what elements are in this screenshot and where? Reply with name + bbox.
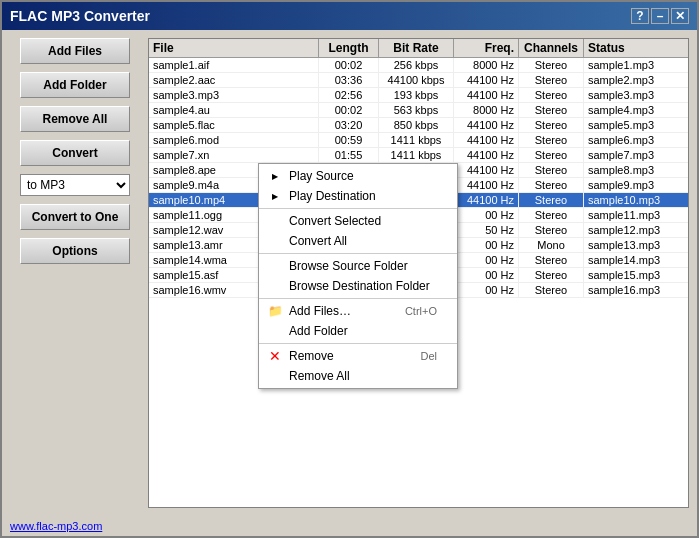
- cell-channels: Stereo: [519, 193, 584, 207]
- cell-status: sample7.mp3: [584, 148, 688, 162]
- table-row[interactable]: sample6.mod 00:59 1411 kbps 44100 Hz Ste…: [149, 133, 688, 148]
- cell-bitrate: 1411 kbps: [379, 148, 454, 162]
- cell-status: sample6.mp3: [584, 133, 688, 147]
- table-row[interactable]: sample1.aif 00:02 256 kbps 8000 Hz Stere…: [149, 58, 688, 73]
- cell-freq: 00 Hz: [454, 253, 519, 267]
- context-menu-item[interactable]: Browse Destination Folder: [259, 276, 457, 296]
- context-menu-label: Add Files…: [289, 304, 351, 318]
- shortcut-label: Del: [420, 350, 437, 362]
- table-row[interactable]: sample7.xn 01:55 1411 kbps 44100 Hz Ster…: [149, 148, 688, 163]
- cell-channels: Stereo: [519, 118, 584, 132]
- cell-status: sample13.mp3: [584, 238, 688, 252]
- cell-length: 00:59: [319, 133, 379, 147]
- cell-file: sample1.aif: [149, 58, 319, 72]
- cell-status: sample10.mp3: [584, 193, 688, 207]
- context-menu-label: Add Folder: [289, 324, 348, 338]
- cell-status: sample15.mp3: [584, 268, 688, 282]
- cell-freq: 44100 Hz: [454, 118, 519, 132]
- cell-channels: Stereo: [519, 133, 584, 147]
- cell-channels: Stereo: [519, 253, 584, 267]
- format-dropdown[interactable]: to MP3 to WAV to FLAC to AAC: [20, 174, 130, 196]
- cell-file: sample5.flac: [149, 118, 319, 132]
- context-menu-label: Browse Source Folder: [289, 259, 408, 273]
- col-header-bitrate: Bit Rate: [379, 39, 454, 57]
- add-files-button[interactable]: Add Files: [20, 38, 130, 64]
- context-menu-label: Remove: [289, 349, 334, 363]
- cell-channels: Stereo: [519, 58, 584, 72]
- table-row[interactable]: sample4.au 00:02 563 kbps 8000 Hz Stereo…: [149, 103, 688, 118]
- cell-file: sample6.mod: [149, 133, 319, 147]
- cell-channels: Stereo: [519, 283, 584, 297]
- cell-freq: 50 Hz: [454, 223, 519, 237]
- cell-length: 03:36: [319, 73, 379, 87]
- cell-freq: 44100 Hz: [454, 148, 519, 162]
- cell-freq: 44100 Hz: [454, 178, 519, 192]
- folder-icon: 📁: [267, 304, 283, 318]
- context-menu-label: Browse Destination Folder: [289, 279, 430, 293]
- cell-bitrate: 256 kbps: [379, 58, 454, 72]
- right-panel: File Length Bit Rate Freq. Channels Stat…: [148, 38, 689, 508]
- cell-channels: Stereo: [519, 88, 584, 102]
- context-menu-item[interactable]: 📁Add Files…Ctrl+O: [259, 301, 457, 321]
- cell-status: sample16.mp3: [584, 283, 688, 297]
- context-menu-item[interactable]: Convert All: [259, 231, 457, 251]
- col-header-channels: Channels: [519, 39, 584, 57]
- cell-status: sample11.mp3: [584, 208, 688, 222]
- left-panel: Add Files Add Folder Remove All Convert …: [10, 38, 140, 508]
- convert-button[interactable]: Convert: [20, 140, 130, 166]
- context-menu-item[interactable]: Convert Selected: [259, 211, 457, 231]
- cell-bitrate: 44100 kbps: [379, 73, 454, 87]
- context-menu-separator: [259, 298, 457, 299]
- context-menu-label: Play Destination: [289, 189, 376, 203]
- table-row[interactable]: sample3.mp3 02:56 193 kbps 44100 Hz Ster…: [149, 88, 688, 103]
- cell-length: 01:55: [319, 148, 379, 162]
- context-menu-label: Convert Selected: [289, 214, 381, 228]
- cell-length: 02:56: [319, 88, 379, 102]
- remove-all-button[interactable]: Remove All: [20, 106, 130, 132]
- convert-to-one-button[interactable]: Convert to One: [20, 204, 130, 230]
- options-button[interactable]: Options: [20, 238, 130, 264]
- context-menu-item[interactable]: Browse Source Folder: [259, 256, 457, 276]
- cell-channels: Stereo: [519, 223, 584, 237]
- format-dropdown-row: to MP3 to WAV to FLAC to AAC: [20, 174, 130, 196]
- help-button[interactable]: ?: [631, 8, 649, 24]
- cell-file: sample2.aac: [149, 73, 319, 87]
- cell-freq: 44100 Hz: [454, 73, 519, 87]
- title-bar-buttons: ? – ✕: [631, 8, 689, 24]
- cell-freq: 44100 Hz: [454, 133, 519, 147]
- table-row[interactable]: sample5.flac 03:20 850 kbps 44100 Hz Ste…: [149, 118, 688, 133]
- cell-freq: 44100 Hz: [454, 193, 519, 207]
- context-menu-item[interactable]: ✕RemoveDel: [259, 346, 457, 366]
- title-bar: FLAC MP3 Converter ? – ✕: [2, 2, 697, 30]
- cell-channels: Stereo: [519, 103, 584, 117]
- website-link[interactable]: www.flac-mp3.com: [10, 520, 102, 532]
- cell-channels: Stereo: [519, 178, 584, 192]
- status-bar: www.flac-mp3.com: [2, 516, 697, 536]
- context-menu-item[interactable]: ▶Play Source: [259, 166, 457, 186]
- main-window: FLAC MP3 Converter ? – ✕ Add Files Add F…: [0, 0, 699, 538]
- cell-channels: Stereo: [519, 163, 584, 177]
- minimize-button[interactable]: –: [651, 8, 669, 24]
- add-folder-button[interactable]: Add Folder: [20, 72, 130, 98]
- cell-length: 00:02: [319, 58, 379, 72]
- context-menu-item[interactable]: Add Folder: [259, 321, 457, 341]
- cell-length: 00:02: [319, 103, 379, 117]
- cell-freq: 00 Hz: [454, 238, 519, 252]
- cell-freq: 00 Hz: [454, 283, 519, 297]
- shortcut-label: Ctrl+O: [405, 305, 437, 317]
- context-menu: ▶Play Source▶Play DestinationConvert Sel…: [258, 163, 458, 389]
- play-icon: ▶: [267, 192, 283, 201]
- cell-channels: Stereo: [519, 73, 584, 87]
- context-menu-separator: [259, 343, 457, 344]
- close-button[interactable]: ✕: [671, 8, 689, 24]
- context-menu-label: Play Source: [289, 169, 354, 183]
- cell-freq: 44100 Hz: [454, 163, 519, 177]
- cell-channels: Stereo: [519, 208, 584, 222]
- cell-status: sample5.mp3: [584, 118, 688, 132]
- context-menu-item[interactable]: Remove All: [259, 366, 457, 386]
- cell-file: sample4.au: [149, 103, 319, 117]
- table-row[interactable]: sample2.aac 03:36 44100 kbps 44100 Hz St…: [149, 73, 688, 88]
- cell-channels: Stereo: [519, 148, 584, 162]
- cell-status: sample14.mp3: [584, 253, 688, 267]
- context-menu-item[interactable]: ▶Play Destination: [259, 186, 457, 206]
